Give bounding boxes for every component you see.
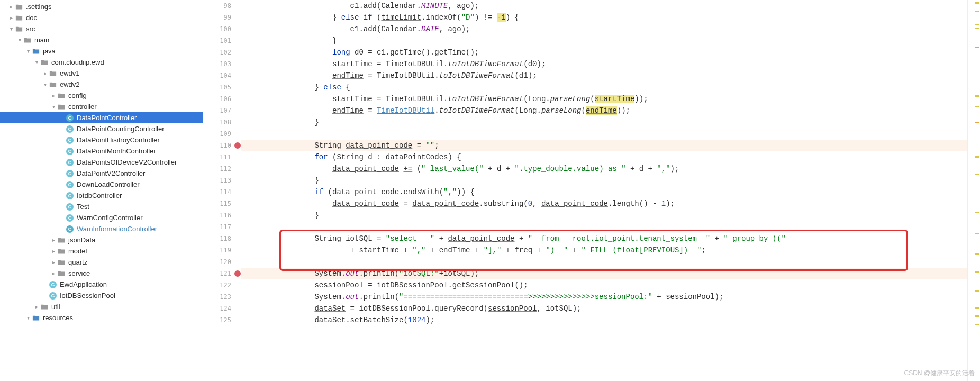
tree-item-java[interactable]: ▾java [0,46,203,57]
tree-item--settings[interactable]: ▸.settings [0,1,203,12]
minimap-mark[interactable] [975,2,979,4]
line-number[interactable]: 103 [203,58,241,70]
tree-item-datapointv2controller[interactable]: CDataPointV2Controller [0,168,203,179]
code-line[interactable]: data_point_code += (" last_value(" + d +… [241,163,967,175]
code-line[interactable]: System.out.println("iotSQL:"+iotSQL); [241,268,967,279]
line-number[interactable]: 106 [203,93,241,105]
tree-item-datapointsofdevicev2controller[interactable]: CDataPointsOfDeviceV2Controller [0,157,203,168]
line-number[interactable]: 109 [203,128,241,140]
chevron-right-icon[interactable]: ▸ [50,259,57,266]
code-line[interactable]: dataSet.setBatchSize(1024); [241,314,967,326]
tree-item-src[interactable]: ▾src [0,23,203,34]
tree-item-quartz[interactable]: ▸quartz [0,257,203,268]
minimap-mark[interactable] [975,156,979,158]
chevron-down-icon[interactable]: ▾ [24,48,32,55]
code-line[interactable]: sessionPool = iotDBSessionPool.getSessio… [241,279,967,291]
tree-item-datapointhisitroycontroller[interactable]: CDataPointHisitroyController [0,134,203,146]
code-line[interactable]: dataSet = iotDBSessionPool.queryRecord(s… [241,303,967,314]
line-number[interactable]: 105 [203,81,241,93]
code-line[interactable]: data_point_code = data_point_code.substr… [241,198,967,210]
chevron-down-icon[interactable]: ▾ [33,59,40,66]
minimap-mark[interactable] [975,315,979,317]
chevron-right-icon[interactable]: ▸ [50,248,57,255]
line-number[interactable]: 118 [203,233,241,244]
minimap-mark[interactable] [975,307,979,309]
line-number[interactable]: 102 [203,47,241,58]
tree-item-com-cloudiip-ewd[interactable]: ▾com.cloudiip.ewd [0,57,203,68]
tree-item-main[interactable]: ▾main [0,34,203,46]
chevron-down-icon[interactable]: ▾ [41,81,49,88]
tree-item-service[interactable]: ▸service [0,268,203,279]
line-number[interactable]: 117 [203,221,241,233]
tree-item-util[interactable]: ▸util [0,301,203,312]
minimap-mark[interactable] [975,290,979,292]
breakpoint-icon[interactable] [234,142,241,149]
code-line[interactable]: } [241,35,967,47]
code-line[interactable]: startTime = TimeIotDBUtil.toIotDBTimeFor… [241,58,967,70]
code-line[interactable]: System.out.println("====================… [241,291,967,303]
code-editor[interactable]: c1.add(Calendar.MINUTE, ago);} else if (… [241,0,967,381]
line-number[interactable]: 104 [203,70,241,81]
chevron-right-icon[interactable]: ▸ [41,70,49,77]
tree-item-test[interactable]: CTest [0,201,203,212]
line-number[interactable]: 114 [203,186,241,198]
tree-item-datapointcountingcontroller[interactable]: CDataPointCountingController [0,123,203,134]
minimap-mark[interactable] [975,28,979,29]
line-number[interactable]: 116 [203,210,241,221]
line-number[interactable]: 123 [203,291,241,303]
code-line[interactable]: c1.add(Calendar.DATE, ago); [241,23,967,35]
code-line[interactable]: String data_point_code = ""; [241,140,967,151]
line-number[interactable]: 99 [203,12,241,23]
line-number[interactable]: 113 [203,175,241,186]
line-number[interactable]: 110 [203,140,241,151]
minimap-mark[interactable] [975,95,979,97]
chevron-down-icon[interactable]: ▾ [16,37,23,44]
minimap-mark[interactable] [975,174,979,175]
chevron-right-icon[interactable]: ▸ [7,3,15,11]
tree-item-ewdv1[interactable]: ▸ewdv1 [0,68,203,79]
chevron-right-icon[interactable]: ▸ [33,303,40,311]
code-line[interactable]: } [241,210,967,221]
line-number[interactable]: 101 [203,35,241,47]
line-number[interactable]: 119 [203,244,241,256]
minimap-mark[interactable] [975,122,979,123]
tree-item-resources[interactable]: ▾resources [0,312,203,323]
tree-item-iotdbsessionpool[interactable]: CIotDBSessionPool [0,290,203,301]
tree-item-datapointmonthcontroller[interactable]: CDataPointMonthController [0,146,203,157]
tree-item-controller[interactable]: ▾controller [0,101,203,112]
chevron-right-icon[interactable]: ▸ [50,237,57,244]
code-line[interactable]: long d0 = c1.getTime().getTime(); [241,47,967,58]
tree-item-jsondata[interactable]: ▸jsonData [0,234,203,246]
line-number[interactable]: 107 [203,105,241,116]
tree-item-downloadcontroller[interactable]: CDownLoadController [0,179,203,190]
code-line[interactable]: for (String d : dataPointCodes) { [241,151,967,163]
minimap-mark[interactable] [975,11,979,12]
minimap-mark[interactable] [975,233,979,234]
code-line[interactable] [241,256,967,268]
chevron-right-icon[interactable]: ▸ [7,14,15,22]
breakpoint-icon[interactable] [234,270,241,277]
tree-item-ewdapplication[interactable]: CEwdApplication [0,279,203,290]
tree-item-datapointcontroller[interactable]: CDataPointController [0,112,203,123]
line-number[interactable]: 120 [203,256,241,268]
tree-item-warninformationcontroller[interactable]: CWarnInformationController [0,223,203,234]
minimap-mark[interactable] [975,271,979,273]
minimap-mark[interactable] [975,212,979,213]
chevron-down-icon[interactable]: ▾ [7,25,15,33]
minimap-mark[interactable] [975,324,979,325]
tree-item-config[interactable]: ▸config [0,90,203,101]
line-number[interactable]: 122 [203,279,241,291]
line-number[interactable]: 112 [203,163,241,175]
code-line[interactable]: } else { [241,81,967,93]
line-number[interactable]: 115 [203,198,241,210]
project-tree[interactable]: ▸.settings▸doc▾src▾main▾java▾com.cloudii… [0,0,203,381]
code-line[interactable]: + startTime + "," + endTime + "]," + fre… [241,244,967,256]
code-line[interactable]: endTime = TimeIotDBUtil.toIotDBTimeForma… [241,70,967,81]
tree-item-iotdbcontroller[interactable]: CIotdbController [0,190,203,201]
minimap-mark[interactable] [975,253,979,255]
tree-item-doc[interactable]: ▸doc [0,12,203,23]
minimap-mark[interactable] [975,106,979,107]
code-line[interactable]: } [241,116,967,128]
line-number[interactable]: 111 [203,151,241,163]
code-line[interactable]: String iotSQL = "select " + data_point_c… [241,233,967,244]
